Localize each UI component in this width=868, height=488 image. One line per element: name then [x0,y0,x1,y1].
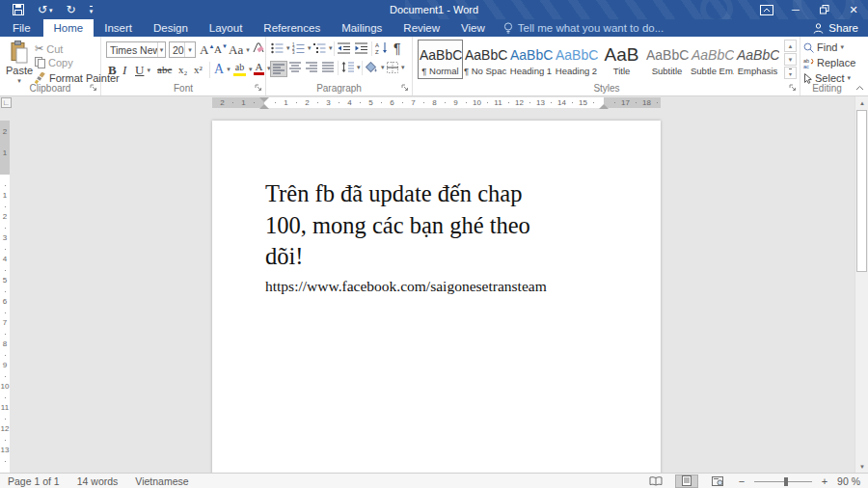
style-h1[interactable]: AaBbCcHeading 1 [508,40,554,79]
font-name-dropdown-icon[interactable]: ▾ [157,42,165,57]
shading-button[interactable]: ▾ [366,62,385,73]
tab-home[interactable]: Home [43,19,95,37]
tab-references[interactable]: References [253,19,331,37]
tab-file[interactable]: File [0,19,43,37]
styles-scroll-down-button[interactable]: ▼ [784,53,797,66]
multilevel-list-button[interactable]: ▾ [313,42,333,54]
share-button[interactable]: Share [813,19,858,37]
word-count-status[interactable]: 14 words [77,475,119,487]
zoom-level[interactable]: 90 % [837,475,860,487]
tab-view[interactable]: View [450,19,496,37]
shrink-font-button[interactable]: A▼ [214,43,228,55]
superscript-button[interactable]: x² [194,64,203,75]
tab-insert[interactable]: Insert [94,19,143,37]
scroll-down-button[interactable]: ▼ [855,460,868,473]
font-size-combobox[interactable]: 20 ▾ [169,41,196,58]
vertical-ruler[interactable]: 2112345678910111213 [0,109,10,473]
style-subtleem[interactable]: AaBbCcDSubtle Em... [690,40,735,79]
bullets-button[interactable]: ▾ [271,42,290,54]
highlight-color-button[interactable]: ab ▾ [233,62,253,76]
styles-more-button[interactable]: ▾ [784,67,797,79]
language-status[interactable]: Vietnamese [135,475,188,487]
change-case-button[interactable]: Aa▾ [229,42,250,58]
minimize-button[interactable]: ─ [781,0,810,19]
select-dropdown-icon[interactable]: ▾ [848,74,852,82]
page-number-status[interactable]: Page 1 of 1 [8,475,60,487]
close-button[interactable]: ✕ [839,0,868,19]
style-emphasis[interactable]: AaBbCcDEmphasis [735,40,780,79]
web-layout-button[interactable] [706,474,729,488]
borders-dropdown-icon[interactable]: ▾ [401,64,405,71]
line-spacing-dropdown-icon[interactable]: ▾ [357,64,361,71]
print-layout-button[interactable] [675,474,698,488]
line-spacing-button[interactable]: ▾ [341,62,361,72]
tell-me-box[interactable]: Tell me what you want to do... [503,19,665,37]
multilevel-dropdown-icon[interactable]: ▾ [329,44,333,52]
style-normal[interactable]: AaBbCcDd¶ Normal [418,40,463,79]
read-mode-button[interactable] [644,474,667,488]
tab-review[interactable]: Review [393,19,450,37]
styles-scroll-up-button[interactable]: ▲ [784,40,797,52]
clipboard-dialog-launcher[interactable] [90,82,97,94]
clear-formatting-button[interactable] [252,41,264,54]
document-page[interactable]: Trên fb đã update đến chap100, mong các … [212,121,661,487]
styles-dialog-launcher[interactable] [789,82,797,94]
tab-mailings[interactable]: Mailings [331,19,393,37]
first-line-indent-marker[interactable] [259,97,269,102]
copy-button[interactable]: Copy [35,57,73,68]
zoom-out-button[interactable]: − [737,475,746,487]
find-button[interactable]: Find ▾ [803,41,844,53]
horizontal-ruler[interactable]: 211234567891011121314151718 [212,97,661,108]
increase-indent-button[interactable] [355,42,367,54]
style-nospace[interactable]: AaBbCcDd¶ No Spac... [463,40,508,79]
font-dialog-launcher[interactable] [255,82,262,94]
style-h2[interactable]: AaBbCcDHeading 2 [554,40,599,79]
align-right-button[interactable] [306,62,317,72]
document-link-text[interactable]: https://www.facebook.com/saigonesetranst… [265,276,617,297]
restore-button[interactable] [810,0,839,19]
highlight-dropdown-icon[interactable]: ▾ [249,66,253,73]
shading-dropdown-icon[interactable]: ▾ [381,64,385,71]
bullets-dropdown-icon[interactable]: ▾ [286,44,290,52]
customize-qat-button[interactable]: ▾ [90,6,94,14]
numbering-button[interactable]: 123 ▾ [292,42,312,54]
zoom-slider[interactable] [754,474,812,488]
grow-font-button[interactable]: A▲ [200,42,214,58]
redo-button[interactable]: ↻ [67,4,76,15]
text-effects-dropdown-icon[interactable]: ▾ [227,66,231,73]
borders-button[interactable]: ▾ [387,62,405,73]
zoom-in-button[interactable]: + [820,475,829,487]
document-paragraph[interactable]: Trên fb đã update đến chap100, mong các … [265,178,617,273]
align-center-button[interactable] [289,62,301,72]
ribbon-display-options-button[interactable] [752,0,781,19]
underline-button[interactable]: U▾ [135,63,150,78]
zoom-slider-thumb[interactable] [784,477,788,486]
save-button[interactable] [13,4,24,15]
numbering-dropdown-icon[interactable]: ▾ [308,44,312,52]
undo-button[interactable]: ↺▾ [38,4,53,15]
style-title[interactable]: AaBTitle [599,40,644,79]
tab-layout[interactable]: Layout [199,19,254,37]
style-subtitle[interactable]: AaBbCcDSubtitle [644,40,690,79]
scroll-up-button[interactable]: ▲ [855,96,868,109]
cut-button[interactable]: ✂ Cut [35,42,63,55]
collapse-ribbon-button[interactable] [855,81,864,93]
align-left-button[interactable] [270,61,287,77]
decrease-indent-button[interactable] [338,42,350,54]
scrollbar-thumb[interactable] [856,110,867,272]
tab-selector-button[interactable]: ∟ [1,97,12,108]
strikethrough-button[interactable]: abc [157,64,172,75]
paste-button[interactable]: Paste ▾ [6,41,33,85]
show-paragraph-marks-button[interactable]: ¶ [393,41,401,56]
text-effects-button[interactable]: A▾ [214,62,231,77]
vertical-scrollbar[interactable]: ▲ ▼ [854,96,868,473]
sort-button[interactable]: AZ [375,41,389,54]
underline-dropdown-icon[interactable]: ▾ [147,67,150,74]
replace-button[interactable]: abac Replace [803,57,855,68]
find-dropdown-icon[interactable]: ▾ [840,43,844,51]
paragraph-dialog-launcher[interactable] [401,82,409,94]
font-size-dropdown-icon[interactable]: ▾ [184,42,195,57]
bold-button[interactable]: B [108,63,117,78]
font-name-combobox[interactable]: Times New Ro ▾ [106,41,166,58]
tab-design[interactable]: Design [143,19,199,37]
